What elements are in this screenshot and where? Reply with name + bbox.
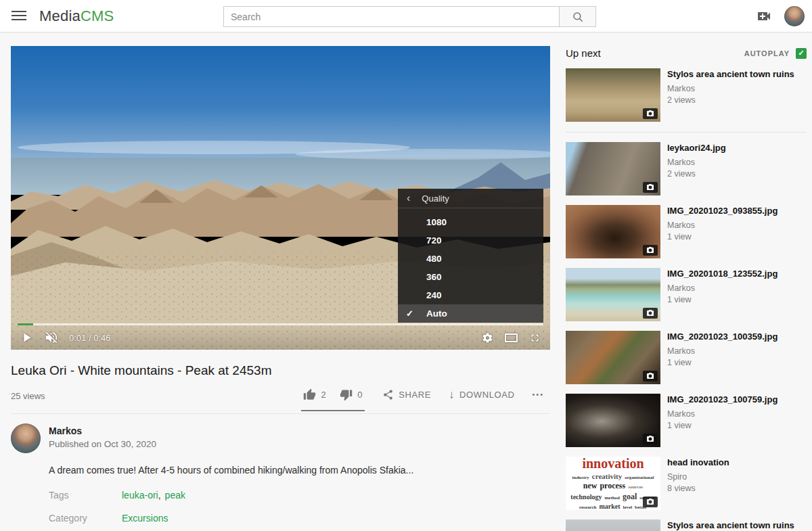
dislike-button[interactable]: 0 [340, 386, 363, 402]
hamburger-menu-button[interactable] [12, 11, 26, 22]
quality-option-label: 1080 [426, 217, 447, 227]
sidebar-header: Up next AUTOPLAY ✓ [566, 47, 807, 59]
quality-option[interactable]: 240 [398, 286, 543, 304]
quality-option[interactable]: 360 [398, 268, 543, 286]
theater-mode-button[interactable] [505, 333, 518, 342]
item-views: 1 view [667, 295, 777, 304]
view-count: 25 views [11, 391, 45, 402]
wordcloud-main-word: innovation [582, 457, 644, 470]
share-icon [382, 389, 394, 400]
item-thumbnail[interactable]: innovationindustrycreativityorganization… [566, 457, 660, 510]
quality-option-label: Auto [426, 308, 447, 319]
item-thumbnail[interactable] [566, 142, 660, 195]
quality-option[interactable]: 480 [398, 250, 543, 268]
user-avatar[interactable] [784, 6, 805, 26]
quality-option-label: 720 [426, 235, 442, 246]
like-count: 2 [321, 390, 326, 400]
item-author: Markos [667, 221, 777, 230]
download-icon: ↓ [449, 389, 455, 400]
settings-button[interactable] [482, 332, 493, 344]
item-thumbnail[interactable] [566, 205, 660, 258]
author-row: Markos Published on Oct 30, 2020 [11, 423, 550, 453]
camera-badge-icon [643, 245, 658, 256]
up-next-list: Stylos area ancient town ruins Markos 2 … [566, 68, 807, 531]
like-button[interactable]: 2 [303, 386, 326, 402]
search-bar [223, 6, 596, 27]
item-title: IMG_20201018_123552.jpg [667, 268, 777, 279]
time-display: 0:01 / 0:46 [69, 333, 110, 343]
back-icon[interactable]: ‹ [407, 193, 410, 204]
quality-menu-header: ‹ Quality [398, 189, 543, 208]
up-next-item[interactable]: IMG_20201023_093855.jpg Markos 1 view [566, 205, 807, 258]
tag-separator: , [158, 490, 161, 501]
top-bar-right [756, 0, 805, 32]
share-button[interactable]: SHARE [382, 386, 431, 402]
controls-left: 0:01 / 0:46 [19, 330, 110, 345]
up-next-item[interactable]: Stylos area ancient town ruins Markos 2 … [566, 68, 807, 133]
share-label: SHARE [399, 390, 431, 400]
play-button[interactable] [19, 330, 34, 345]
item-views: 8 views [667, 484, 729, 493]
more-options-button[interactable]: ••• [532, 386, 544, 402]
search-input[interactable] [223, 6, 560, 27]
item-thumbnail[interactable] [566, 268, 660, 321]
video-description: A dream comes true! After 4-5 hours of c… [49, 465, 550, 476]
category-link[interactable]: Excursions [122, 513, 168, 524]
item-views: 1 view [667, 232, 777, 241]
dislike-count: 0 [357, 390, 363, 400]
logo[interactable]: MediaCMS [39, 7, 114, 25]
player-controls: 0:01 / 0:46 [11, 323, 550, 350]
video-player[interactable]: ‹ Quality 1080720480360240✓Auto 0:01 / 0… [11, 46, 550, 350]
search-button[interactable] [559, 6, 596, 27]
item-views: 1 view [667, 421, 777, 430]
quality-option[interactable]: 720 [398, 231, 543, 250]
check-icon: ✓ [406, 308, 413, 319]
tag-link-peak[interactable]: peak [165, 490, 185, 501]
tags-row: Tags leuka-ori,peak [49, 490, 550, 501]
download-label: DOWNLOAD [459, 390, 514, 400]
item-thumbnail[interactable] [566, 331, 660, 384]
quality-option[interactable]: 1080 [398, 213, 543, 231]
search-icon [572, 11, 584, 23]
up-next-item[interactable]: IMG_20201018_123552.jpg Markos 1 view [566, 268, 807, 321]
quality-option-label: 360 [426, 272, 442, 282]
quality-option[interactable]: ✓Auto [398, 304, 543, 323]
item-author: Spiro [667, 472, 729, 482]
category-row: Category Excursions [49, 513, 550, 524]
controls-right [482, 332, 541, 344]
up-next-item[interactable]: IMG_20201023_100359.jpg Markos 1 view [566, 331, 807, 384]
item-author: Markos [667, 346, 777, 356]
upload-media-button[interactable] [756, 8, 772, 24]
up-next-item[interactable]: Stylos area ancient town ruins [566, 520, 807, 531]
thumbs-down-icon [340, 388, 353, 401]
fullscreen-button[interactable] [529, 332, 541, 344]
item-author: Markos [667, 84, 794, 93]
item-title: IMG_20201023_100359.jpg [667, 331, 777, 342]
camera-badge-icon [643, 108, 658, 119]
tag-link-leuka-ori[interactable]: leuka-ori [122, 490, 158, 501]
author-name[interactable]: Markos [49, 425, 156, 436]
ellipsis-icon: ••• [532, 390, 544, 398]
camera-badge-icon [643, 308, 658, 319]
item-thumbnail[interactable] [566, 520, 660, 531]
mute-icon[interactable] [44, 330, 59, 345]
item-thumbnail[interactable] [566, 68, 660, 122]
check-icon: ✓ [798, 49, 804, 57]
author-avatar[interactable] [11, 423, 41, 453]
up-next-item[interactable]: leykaori24.jpg Markos 2 views [566, 142, 807, 195]
autoplay-label: AUTOPLAY [744, 49, 790, 57]
camera-badge-icon [643, 371, 658, 382]
item-title: Stylos area ancient town ruins [667, 520, 794, 531]
tags-label: Tags [49, 490, 122, 501]
seek-bar[interactable] [18, 323, 543, 325]
meta-section: Tags leuka-ori,peak Category Excursions [49, 490, 550, 524]
logo-text-cms: CMS [81, 7, 114, 24]
video-upload-icon [756, 8, 772, 24]
item-author: Markos [667, 409, 777, 419]
autoplay-checkbox[interactable]: ✓ [796, 48, 807, 59]
item-thumbnail[interactable] [566, 394, 660, 447]
up-next-item[interactable]: innovationindustrycreativityorganization… [566, 457, 807, 510]
up-next-item[interactable]: IMG_20201023_100759.jpg Markos 1 view [566, 394, 807, 447]
thumbs-up-icon [303, 388, 316, 401]
download-button[interactable]: ↓ DOWNLOAD [449, 386, 514, 402]
